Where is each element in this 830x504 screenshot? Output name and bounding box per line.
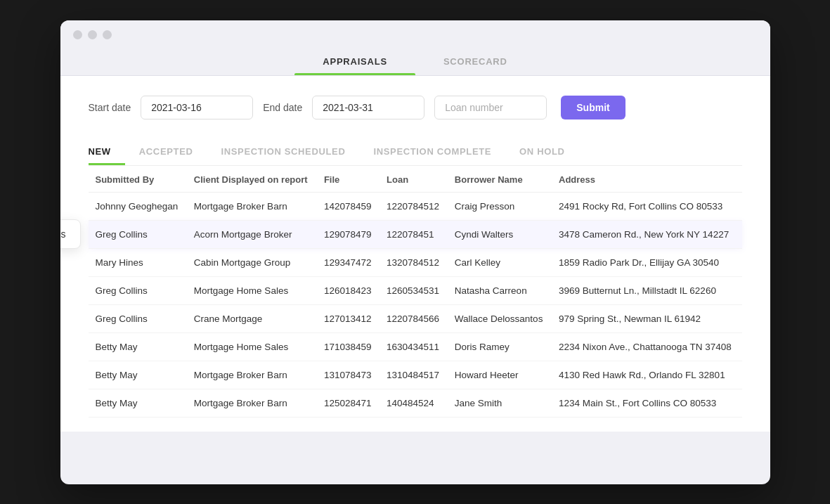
cell-row4-col3: 1220784566 <box>380 304 448 332</box>
cell-row7-col2: 125028471 <box>317 389 380 417</box>
cell-row4-col4: Wallace Delossantos <box>448 304 552 332</box>
cell-row6-col3: 1310484517 <box>380 361 448 389</box>
title-bar <box>60 20 770 39</box>
cell-row3-col1: Mortgage Home Sales <box>187 276 317 304</box>
cell-row1-col1: Acorn Mortgage Broker <box>187 220 317 248</box>
cell-row2-col2: 129347472 <box>317 248 380 276</box>
tooltip-bubble: Greg Collins <box>60 219 81 249</box>
cell-row0-col4: Craig Presson <box>448 192 552 220</box>
app-window: APPRAISALS SCORECARD Start date End date… <box>60 20 770 484</box>
cell-row7-col5: 1234 Main St., Fort Collins CO 80533 <box>552 389 742 417</box>
tab-appraisals[interactable]: APPRAISALS <box>294 49 415 75</box>
table-row[interactable]: Johnny GeogheganMortgage Broker Barn1420… <box>89 192 742 220</box>
table-row[interactable]: Greg CollinsGreg CollinsAcorn Mortgage B… <box>89 220 742 248</box>
cell-row4-col2: 127013412 <box>317 304 380 332</box>
cell-row7-col0: Betty May <box>89 389 187 417</box>
col-submitted-by: Submitted By <box>89 166 187 193</box>
cell-row4-col5: 979 Spring St., Newman IL 61942 <box>552 304 742 332</box>
filter-row: Start date End date Submit <box>89 96 742 119</box>
cell-row5-col3: 1630434511 <box>380 332 448 361</box>
status-tab-inspection-complete[interactable]: INSPECTION COMPLETE <box>359 139 505 165</box>
table-row[interactable]: Betty MayMortgage Broker Barn12502847114… <box>89 389 742 417</box>
traffic-light-maximize[interactable] <box>103 30 112 39</box>
cell-row7-col4: Jane Smith <box>448 389 552 417</box>
cell-row0-col3: 1220784512 <box>380 192 448 220</box>
table-row[interactable]: Greg CollinsMortgage Home Sales126018423… <box>89 276 742 304</box>
col-loan: Loan <box>380 166 448 193</box>
cell-row3-col0: Greg Collins <box>89 276 187 304</box>
start-date-label: Start date <box>89 102 131 113</box>
cell-row5-col4: Doris Ramey <box>448 332 552 361</box>
cell-row7-col1: Mortgage Broker Barn <box>187 389 317 417</box>
cell-row5-col1: Mortgage Home Sales <box>187 332 317 361</box>
cell-row0-col2: 142078459 <box>317 192 380 220</box>
tab-scorecard[interactable]: SCORECARD <box>415 49 536 75</box>
traffic-light-minimize[interactable] <box>88 30 97 39</box>
table-row[interactable]: Mary HinesCabin Mortgage Group1293474721… <box>89 248 742 276</box>
status-tab-on-hold[interactable]: ON HOLD <box>505 139 579 165</box>
col-borrower: Borrower Name <box>448 166 552 193</box>
cell-row0-col1: Mortgage Broker Barn <box>187 192 317 220</box>
cell-row6-col0: Betty May <box>89 361 187 389</box>
cell-row1-col4: Cyndi Walters <box>448 220 552 248</box>
traffic-light-close[interactable] <box>73 30 82 39</box>
col-address: Address <box>552 166 742 193</box>
status-tabs: NEW ACCEPTED INSPECTION SCHEDULED INSPEC… <box>89 139 742 166</box>
appraisals-table: Submitted By Client Displayed on report … <box>89 166 742 418</box>
cell-row6-col4: Howard Heeter <box>448 361 552 389</box>
status-tab-new[interactable]: NEW <box>89 139 125 165</box>
cell-row0-col0: Johnny Geoghegan <box>89 192 187 220</box>
cell-row7-col3: 140484524 <box>380 389 448 417</box>
cell-row2-col4: Carl Kelley <box>448 248 552 276</box>
table-row[interactable]: Betty MayMortgage Home Sales171038459163… <box>89 332 742 361</box>
cell-row3-col2: 126018423 <box>317 276 380 304</box>
cell-row2-col3: 1320784512 <box>380 248 448 276</box>
cell-row5-col5: 2234 Nixon Ave., Chattanooga TN 37408 <box>552 332 742 361</box>
cell-row0-col5: 2491 Rocky Rd, Fort Collins CO 80533 <box>552 192 742 220</box>
cell-row5-col0: Betty May <box>89 332 187 361</box>
cell-row3-col4: Natasha Carreon <box>448 276 552 304</box>
table-header-row: Submitted By Client Displayed on report … <box>89 166 742 193</box>
main-tabs: APPRAISALS SCORECARD <box>60 42 770 76</box>
cell-row1-col3: 122078451 <box>380 220 448 248</box>
cell-row2-col1: Cabin Mortgage Group <box>187 248 317 276</box>
col-file: File <box>317 166 380 193</box>
cell-row4-col1: Crane Mortgage <box>187 304 317 332</box>
cell-row5-col2: 171038459 <box>317 332 380 361</box>
cell-row6-col5: 4130 Red Hawk Rd., Orlando FL 32801 <box>552 361 742 389</box>
cell-row2-col5: 1859 Radio Park Dr., Ellijay GA 30540 <box>552 248 742 276</box>
cell-row6-col1: Mortgage Broker Barn <box>187 361 317 389</box>
status-tab-accepted[interactable]: ACCEPTED <box>125 139 207 165</box>
col-client: Client Displayed on report <box>187 166 317 193</box>
loan-number-input[interactable] <box>434 96 547 119</box>
cell-row1-col5: 3478 Cameron Rd., New York NY 14227 <box>552 220 742 248</box>
cell-row3-col5: 3969 Butternut Ln., Millstadt IL 62260 <box>552 276 742 304</box>
main-content: Start date End date Submit NEW ACCEPTED … <box>60 76 770 432</box>
end-date-label: End date <box>263 102 302 113</box>
submit-button[interactable]: Submit <box>561 96 625 119</box>
cell-row2-col0: Mary Hines <box>89 248 187 276</box>
start-date-input[interactable] <box>141 96 253 119</box>
cell-row4-col0: Greg Collins <box>89 304 187 332</box>
end-date-input[interactable] <box>312 96 424 119</box>
status-tab-inspection-scheduled[interactable]: INSPECTION SCHEDULED <box>207 139 360 165</box>
table-row[interactable]: Greg CollinsCrane Mortgage12701341212207… <box>89 304 742 332</box>
cell-row1-col2: 129078479 <box>317 220 380 248</box>
cell-row1-col0: Greg CollinsGreg Collins <box>89 220 187 248</box>
cell-row3-col3: 1260534531 <box>380 276 448 304</box>
table-row[interactable]: Betty MayMortgage Broker Barn13107847313… <box>89 361 742 389</box>
cell-row6-col2: 131078473 <box>317 361 380 389</box>
